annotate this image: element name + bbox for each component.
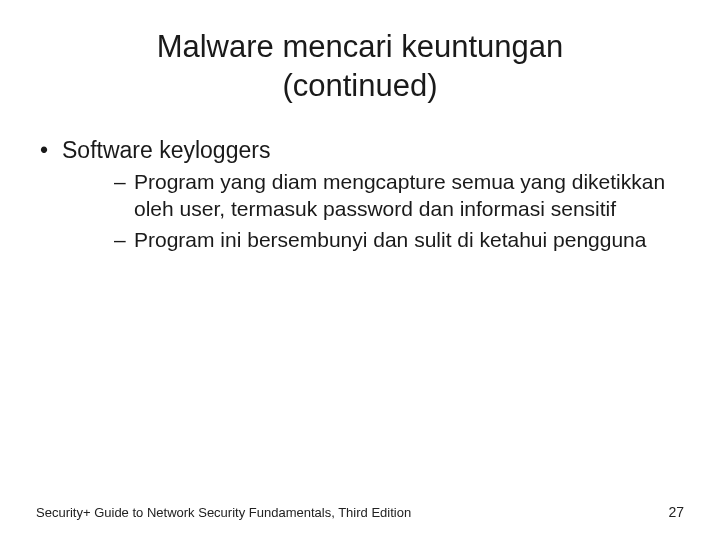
bullet-l2-text: Program yang diam mengcapture semua yang… [134, 170, 665, 220]
bullet-l1: Software keyloggers Program yang diam me… [36, 136, 684, 255]
title-line-2: (continued) [282, 68, 437, 103]
bullet-l1-text: Software keyloggers [62, 137, 270, 163]
footer-text: Security+ Guide to Network Security Fund… [36, 505, 411, 520]
bullet-l2: Program yang diam mengcapture semua yang… [62, 169, 684, 223]
title-line-1: Malware mencari keuntungan [157, 29, 564, 64]
bullet-list: Software keyloggers Program yang diam me… [36, 136, 684, 255]
slide: Malware mencari keuntungan (continued) S… [0, 0, 720, 540]
slide-title: Malware mencari keuntungan (continued) [36, 28, 684, 106]
sub-bullet-list: Program yang diam mengcapture semua yang… [62, 169, 684, 254]
bullet-l2: Program ini bersembunyi dan sulit di ket… [62, 227, 684, 254]
bullet-l2-text: Program ini bersembunyi dan sulit di ket… [134, 228, 646, 251]
page-number: 27 [668, 504, 684, 520]
